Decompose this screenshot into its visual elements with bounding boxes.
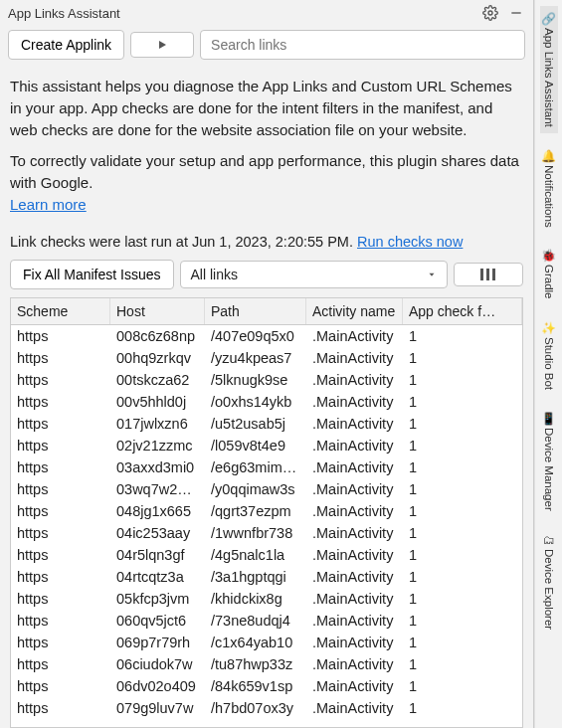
col-header-host[interactable]: Host [110, 298, 205, 324]
table-row[interactable]: https02jv21zzmc/l059v8t4e9.MainActivity1 [11, 435, 522, 456]
cell-path: /3a1hgptqgi [205, 566, 306, 588]
cell-activity: .MainActivity [306, 544, 403, 566]
cell-check: 1 [403, 522, 522, 544]
sidebar-item-device-explorer[interactable]: 🗂Device Explorer [540, 527, 558, 636]
run-button[interactable] [130, 32, 194, 58]
cell-host: 04rtcqtz3a [110, 566, 205, 588]
table-row[interactable]: https06dv02o409/84k659v1sp.MainActivity1 [11, 675, 522, 697]
cell-check: 1 [403, 325, 522, 347]
cell-scheme: https [11, 391, 110, 413]
cell-path: /tu87hwp33z [205, 653, 306, 675]
table-row[interactable]: https04rtcqtz3a/3a1hgptqgi.MainActivity1 [11, 566, 522, 588]
col-header-scheme[interactable]: Scheme [11, 298, 110, 324]
svg-marker-3 [430, 273, 435, 275]
search-input[interactable] [200, 30, 525, 60]
cell-activity: .MainActivity [306, 369, 403, 391]
create-applink-button[interactable]: Create Applink [8, 30, 124, 60]
cell-check: 1 [403, 675, 522, 697]
fix-manifest-button[interactable]: Fix All Manifest Issues [10, 260, 174, 289]
table-row[interactable]: https05kfcp3jvm/khidckix8g.MainActivity1 [11, 588, 522, 610]
cell-host: 03axxd3mi0 [110, 456, 205, 478]
cell-host: 017jwlxzn6 [110, 413, 205, 435]
cell-path: /u5t2usab5j [205, 413, 306, 435]
table-row[interactable]: https017jwlxzn6/u5t2usab5j.MainActivity1 [11, 413, 522, 435]
cell-host: 00tskcza62 [110, 369, 205, 391]
sidebar-item-notifications[interactable]: 🔔Notifications [540, 143, 558, 234]
sidebar-item-app-links-assistant[interactable]: 🔗App Links Assistant [540, 6, 558, 133]
cell-activity: .MainActivity [306, 325, 403, 347]
table-row[interactable]: https008c6z68np/407e09q5x0.MainActivity1 [11, 325, 522, 347]
cell-check: 1 [403, 413, 522, 435]
toolbar: Create Applink [0, 24, 533, 66]
run-checks-link[interactable]: Run checks now [357, 234, 463, 250]
links-table: Scheme Host Path Activity name App check… [10, 297, 523, 729]
cell-check: 1 [403, 697, 522, 719]
cell-check: 1 [403, 500, 522, 522]
cell-activity: .MainActivity [306, 478, 403, 500]
cell-scheme: https [11, 653, 110, 675]
learn-more-link[interactable]: Learn more [10, 196, 87, 213]
columns-icon [478, 268, 498, 281]
cell-check: 1 [403, 478, 522, 500]
table-row[interactable]: https03axxd3mi0/e6g63mim….MainActivity1 [11, 456, 522, 478]
cell-scheme: https [11, 413, 110, 435]
cell-host: 05kfcp3jvm [110, 588, 205, 610]
cell-path: /407e09q5x0 [205, 325, 306, 347]
cell-path: /84k659v1sp [205, 675, 306, 697]
cell-check: 1 [403, 566, 522, 588]
col-header-path[interactable]: Path [205, 298, 306, 324]
table-row[interactable]: https00hq9zrkqv/yzu4kpeas7.MainActivity1 [11, 347, 522, 369]
controls-row: Fix All Manifest Issues All links [0, 256, 533, 293]
table-row[interactable]: https048jg1x665/qgrt37ezpm.MainActivity1 [11, 500, 522, 522]
sidebar-item-device-manager[interactable]: 📱Device Manager [540, 406, 558, 517]
cell-scheme: https [11, 500, 110, 522]
cell-scheme: https [11, 435, 110, 456]
cell-activity: .MainActivity [306, 610, 403, 632]
table-row[interactable]: https00tskcza62/5lknugk9se.MainActivity1 [11, 369, 522, 391]
svg-rect-4 [480, 269, 483, 280]
cell-check: 1 [403, 632, 522, 653]
cell-activity: .MainActivity [306, 347, 403, 369]
cell-check: 1 [403, 588, 522, 610]
sidebar-item-label: Device Explorer [543, 549, 555, 630]
table-row[interactable]: https03wq7w2kbu/y0qqimaw3s.MainActivity1 [11, 478, 522, 500]
device-manager-icon: 📱 [542, 412, 556, 426]
col-header-check[interactable]: App check f… [403, 298, 522, 324]
svg-rect-5 [486, 269, 489, 280]
gear-icon[interactable] [481, 4, 499, 22]
cell-scheme: https [11, 588, 110, 610]
cell-host: 04r5lqn3gf [110, 544, 205, 566]
cell-host: 069p7r79rh [110, 632, 205, 653]
columns-button[interactable] [454, 263, 523, 286]
device-explorer-icon: 🗂 [542, 533, 556, 547]
cell-host: 00v5hhld0j [110, 391, 205, 413]
cell-path: /e6g63mim… [205, 456, 306, 478]
table-row[interactable]: https00v5hhld0j/o0xhs14ykb.MainActivity1 [11, 391, 522, 413]
minimize-icon[interactable] [507, 4, 525, 22]
cell-activity: .MainActivity [306, 588, 403, 610]
table-row[interactable]: https069p7r79rh/c1x64yab10.MainActivity1 [11, 632, 522, 653]
cell-path: /l059v8t4e9 [205, 435, 306, 456]
filter-select[interactable]: All links [180, 261, 449, 288]
cell-host: 06dv02o409 [110, 675, 205, 697]
col-header-activity[interactable]: Activity name [306, 298, 403, 324]
table-row[interactable]: https04r5lqn3gf/4g5nalc1la.MainActivity1 [11, 544, 522, 566]
cell-host: 048jg1x665 [110, 500, 205, 522]
cell-path: /yzu4kpeas7 [205, 347, 306, 369]
table-row[interactable]: https04ic253aay/1wwnfbr738.MainActivity1 [11, 522, 522, 544]
cell-check: 1 [403, 435, 522, 456]
cell-activity: .MainActivity [306, 456, 403, 478]
table-row[interactable]: https060qv5jct6/73ne8udqj4.MainActivity1 [11, 610, 522, 632]
cell-path: /h7bd07ox3y [205, 697, 306, 719]
cell-activity: .MainActivity [306, 697, 403, 719]
table-row[interactable]: https06ciudok7w/tu87hwp33z.MainActivity1 [11, 653, 522, 675]
table-row[interactable]: https079g9luv7w/h7bd07ox3y.MainActivity1 [11, 697, 522, 719]
table-body[interactable]: https008c6z68np/407e09q5x0.MainActivity1… [11, 325, 522, 728]
play-icon [156, 39, 168, 51]
sidebar-item-label: Notifications [543, 165, 555, 228]
sidebar-item-gradle[interactable]: 🐞Gradle [540, 243, 558, 305]
cell-path: /y0qqimaw3s [205, 478, 306, 500]
cell-host: 008c6z68np [110, 325, 205, 347]
sidebar-item-label: App Links Assistant [543, 28, 555, 127]
sidebar-item-studio-bot[interactable]: ✨Studio Bot [540, 315, 558, 396]
